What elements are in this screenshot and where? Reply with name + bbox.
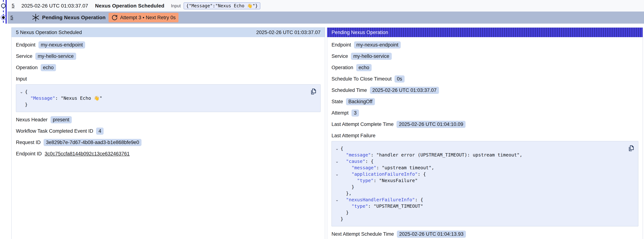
pending-operation-row[interactable]: 5 Pending Nexus Operation Attempt 3 • Ne…	[8, 12, 644, 24]
code-line: "message": "upstream timeout",	[334, 164, 625, 171]
event-detail-title: 5 Nexus Operation Scheduled	[16, 30, 82, 35]
value-badge: 2025-02-26 UTC 01:04:13.93	[397, 230, 466, 238]
pending-operation-header: Pending Nexus Operation	[327, 28, 643, 37]
field-request-id: Request ID 3e829b7e-7d67-4b08-aad3-b1e86…	[16, 139, 320, 146]
chevron-down-icon[interactable]: ⌄	[334, 158, 340, 164]
value-badge: my-nexus-endpoint	[354, 41, 401, 48]
code-line: "type": "UPSTREAM_TIMEOUT"	[334, 203, 625, 209]
value-badge: my-hello-service	[35, 53, 76, 60]
code-line: }	[18, 102, 308, 108]
failure-json-block: ⌄{ "message": "handler error (UPSTREAM_T…	[332, 141, 638, 226]
input-label: Input	[171, 3, 181, 8]
filled-dot-node	[2, 16, 5, 19]
retry-badge: Attempt 3 • Next Retry 0s	[108, 13, 179, 22]
code-line: ⌄ "applicationFailureInfo": {	[334, 171, 625, 177]
copy-button[interactable]	[627, 144, 635, 152]
event-id-link[interactable]: 5	[10, 15, 13, 20]
code-line: }	[334, 209, 625, 216]
value-badge: my-nexus-endpoint	[38, 41, 85, 48]
chevron-down-icon	[334, 152, 340, 158]
field-attempt: Attempt 3	[332, 109, 638, 116]
field-service: Service my-hello-service	[332, 52, 638, 60]
pending-operation-header-title: Pending Nexus Operation	[332, 30, 388, 35]
value-badge: 3e829b7e-7d67-4b08-aad3-b1e868bfe9e0	[44, 139, 142, 146]
chevron-down-icon	[18, 102, 25, 108]
code-line: "type": "NexusFailure"	[334, 177, 625, 184]
field-service: Service my-hello-service	[16, 52, 320, 60]
chevron-down-icon[interactable]: ⌄	[334, 171, 340, 177]
field-workflow-task-completed-event-id: Workflow Task Completed Event ID 4	[16, 127, 320, 135]
chevron-down-icon	[334, 190, 340, 196]
field-next-attempt-schedule-time: Next Attempt Schedule Time 2025-02-26 UT…	[332, 230, 638, 238]
chevron-down-icon	[334, 216, 340, 222]
copy-icon	[627, 145, 634, 152]
chevron-down-icon[interactable]: ⌄	[18, 88, 25, 95]
code-line: }	[334, 184, 625, 190]
value-badge: echo	[41, 64, 56, 71]
chevron-down-icon	[334, 184, 340, 190]
field-endpoint: Endpoint my-nexus-endpoint	[16, 41, 320, 48]
retry-badge-text: Attempt 3 • Next Retry 0s	[120, 15, 176, 20]
event-detail-panel: 5 Nexus Operation Scheduled 2025-02-26 U…	[11, 28, 325, 239]
chevron-down-icon	[334, 164, 340, 171]
field-operation: Operation echo	[332, 64, 638, 71]
field-last-attempt-complete-time: Last Attempt Complete Time 2025-02-26 UT…	[332, 120, 638, 128]
event-timestamp: 2025-02-26 UTC 01:03:37.07	[22, 3, 88, 9]
value-badge: 4	[96, 128, 104, 135]
chevron-down-icon[interactable]: ⌄	[334, 196, 340, 203]
input-preview-badge[interactable]: {"Message":"Nexus Echo 👋"}	[184, 2, 260, 9]
code-line: ⌄{	[334, 145, 625, 152]
event-title: Nexus Operation Scheduled	[95, 3, 164, 9]
pending-operation-panel: Pending Nexus Operation Endpoint my-nexu…	[327, 28, 643, 239]
code-line: }	[334, 216, 625, 222]
field-schedule-to-close-timeout: Schedule To Close Timeout 0s	[332, 75, 638, 82]
value-badge: my-hello-service	[351, 53, 392, 60]
event-detail-timestamp: 2025-02-26 UTC 01:03:37.07	[256, 30, 320, 35]
field-endpoint: Endpoint my-nexus-endpoint	[332, 41, 638, 48]
chevron-down-icon	[334, 177, 340, 184]
temporal-event-history-screen: 5 2025-02-26 UTC 01:03:37.07 Nexus Opera…	[0, 0, 644, 239]
value-badge: BackingOff	[346, 98, 375, 105]
copy-button[interactable]	[309, 88, 317, 96]
event-id-link[interactable]: 5	[12, 3, 14, 8]
field-operation: Operation echo	[16, 64, 320, 71]
field-scheduled-time: Scheduled Time 2025-02-26 UTC 01:03:37.0…	[332, 86, 638, 94]
value-badge: 0s	[394, 76, 404, 82]
asterisk-icon	[32, 13, 40, 22]
value-badge: echo	[356, 64, 372, 71]
chevron-down-icon	[18, 95, 25, 102]
code-line: ⌄ "cause": {	[334, 158, 625, 164]
field-nexus-header: Nexus Header present	[16, 116, 320, 123]
copy-icon	[310, 88, 316, 95]
event-detail-header: 5 Nexus Operation Scheduled 2025-02-26 U…	[12, 28, 325, 37]
value-badge: 3	[352, 110, 359, 116]
chevron-down-icon	[334, 209, 340, 216]
timeline-active-rail	[6, 0, 7, 24]
pending-operation-title: Pending Nexus Operation	[42, 15, 106, 20]
value-badge: 2025-02-26 UTC 01:04:10.09	[396, 121, 466, 128]
code-line: "message": "handler error (UPSTREAM_TIME…	[334, 152, 625, 158]
input-json-block: ⌄{ "Message": "Nexus Echo 👋" }	[16, 84, 320, 112]
failure-section-label: Last Attempt Failure	[332, 132, 638, 139]
input-section-label: Input	[16, 75, 320, 82]
field-state: State BackingOff	[332, 98, 638, 105]
retry-clockwise-icon	[112, 14, 118, 21]
value-badge: present	[50, 116, 72, 123]
value-badge: 2025-02-26 UTC 01:03:37.07	[370, 87, 439, 94]
code-line: "Message": "Nexus Echo 👋"	[18, 95, 308, 102]
code-line: ⌄{	[18, 88, 308, 95]
endpoint-id-link[interactable]: 3c0c75ccfa8144b092c13ce632463761	[45, 151, 130, 157]
open-circle-node	[1, 4, 6, 8]
chevron-down-icon	[334, 203, 340, 209]
chevron-down-icon[interactable]: ⌄	[334, 145, 340, 152]
code-line: },	[334, 190, 625, 196]
event-row[interactable]: 5 2025-02-26 UTC 01:03:37.07 Nexus Opera…	[8, 0, 644, 12]
field-endpoint-id: Endpoint ID 3c0c75ccfa8144b092c13ce63246…	[16, 150, 320, 158]
code-line: ⌄ "nexusHandlerFailureInfo": {	[334, 196, 625, 203]
